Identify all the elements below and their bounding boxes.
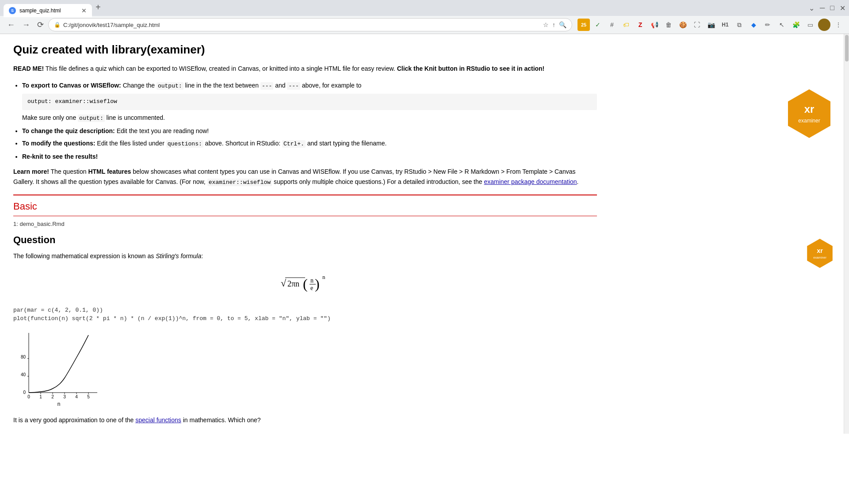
page-content: Quiz created with library(examiner) READ… [0,34,849,434]
trash-extension-icon[interactable]: 🗑 [662,19,675,31]
menu-icon[interactable]: ⋮ [832,19,845,31]
zotero-extension-icon[interactable]: Z [634,19,646,31]
page-title: Quiz created with library(examiner) [13,43,597,57]
dashes-code2: --- [287,82,300,90]
svg-text:n: n [322,274,325,280]
xr-logo-top: xr examiner [783,87,836,141]
list-item-reknit: Re-knit to see the results! [22,152,597,161]
close-button[interactable]: ✕ [840,4,845,12]
svg-text:2: 2 [51,394,54,399]
svg-text:3: 3 [63,394,66,399]
learn-more-label: Learn more! [13,168,49,175]
scrollbar[interactable] [844,34,849,434]
code-line1: par(mar = c(4, 2, 0.1, 0)) [13,306,597,315]
question-paragraph: The following mathematical expression is… [13,251,597,261]
expand-extension-icon[interactable]: ⛶ [691,19,703,31]
svg-text:n: n [57,401,61,407]
svg-text:0: 0 [23,390,26,395]
puzzle-extension-icon[interactable]: 🧩 [790,19,802,31]
special-functions-link[interactable]: special functions [135,416,181,424]
tab-close-button[interactable]: ✕ [81,7,87,14]
svg-text:n: n [310,277,314,284]
xr-hexagon-logo-bottom: xr examiner [804,237,836,269]
address-url-text: C:/git/jonovik/test17/sample_quiz.html [63,22,540,28]
check-extension-icon[interactable]: ✓ [592,19,604,31]
description-bold: To change the quiz description: [22,127,115,134]
wiseflow-inline-code: examiner::wiseflow [207,179,272,186]
browser-chrome: S sample_quiz.html ✕ + ⌄ ─ □ ✕ ← → ⟳ 🔒 C… [0,0,849,34]
xr-logo-bottom: xr examiner [804,237,836,271]
svg-text:1: 1 [39,394,42,399]
svg-text:e: e [310,285,313,291]
tab-list-button[interactable]: ⌄ [809,4,815,12]
scrollbar-thumb[interactable] [845,35,849,61]
svg-text:xr: xr [804,103,815,115]
browser-tab[interactable]: S sample_quiz.html ✕ [4,4,92,17]
address-bar[interactable]: 🔒 C:/git/jonovik/test17/sample_quiz.html… [48,18,572,31]
list-item-description: To change the quiz description: Edit the… [22,126,597,136]
back-button[interactable]: ← [4,19,18,31]
stirling-formula-svg: √ 2πn ( n e ) n [279,268,332,299]
window-controls: ⌄ ─ □ ✕ [809,4,845,12]
hashtag-extension-icon[interactable]: # [606,19,618,31]
learn-more-paragraph: Learn more! The question HTML features b… [13,167,597,187]
svg-text:2πn: 2πn [287,279,299,288]
copy-extension-icon[interactable]: ⧉ [733,19,746,31]
html-features-bold: HTML features [88,168,131,175]
maximize-button[interactable]: □ [830,4,834,12]
questions-code: questions: [166,140,203,148]
output-code: output: [157,82,184,90]
address-bar-icons: ☆ ↑ 🔍 [543,21,566,28]
svg-text:0: 0 [27,394,30,399]
reknit-bold: Re-knit to see the results! [22,153,98,160]
question-text1: The following mathematical expression is… [13,252,156,260]
list-item-export: To export to Canvas or WISEflow: Change … [22,80,597,123]
search-icon[interactable]: 🔍 [559,21,566,28]
list-item-questions: To modify the questions: Edit the files … [22,138,597,149]
tab-favicon: S [9,7,16,14]
nav-bar: ← → ⟳ 🔒 C:/git/jonovik/test17/sample_qui… [0,16,849,34]
h1-extension-icon[interactable]: H1 [719,19,731,31]
output-inline-code: output: [78,115,105,122]
forward-button[interactable]: → [19,19,33,31]
question-text2: : [201,252,203,260]
svg-text:80: 80 [21,355,26,359]
svg-text:5: 5 [87,394,90,399]
svg-text:(: ( [303,276,308,292]
code-section: par(mar = c(4, 2, 0.1, 0)) plot(function… [13,306,597,323]
questions-bold: To modify the questions: [22,140,95,147]
bookmark-extension-icon[interactable]: 🏷 [620,19,632,31]
blue-extension-icon[interactable]: ◆ [747,19,760,31]
section-underline [13,216,597,216]
svg-text:4: 4 [75,394,78,399]
share-icon[interactable]: ↑ [552,21,555,28]
cursor-extension-icon[interactable]: ↖ [776,19,788,31]
refresh-button[interactable]: ⟳ [34,18,46,31]
svg-text:examiner: examiner [813,256,826,260]
lock-icon: 🔒 [54,22,61,28]
bookmark-star-icon[interactable]: ☆ [543,21,549,28]
file-reference: 1: demo_basic.Rmd [13,221,597,227]
svg-text:√: √ [281,278,287,289]
profile-icon[interactable] [818,19,830,31]
tab-title: sample_quiz.html [19,8,78,14]
read-me-text: This file defines a quiz which can be ex… [44,65,397,72]
cookie-extension-icon[interactable]: 🍪 [677,19,689,31]
sidebar-extension-icon[interactable]: ▭ [804,19,816,31]
calendar-extension-icon[interactable]: 25 [577,19,590,31]
ctrl-dot-code: Ctrl+. [282,140,306,148]
megaphone-extension-icon[interactable]: 📢 [648,19,661,31]
stirling-chart: 0 40 80 0 1 2 3 4 5 n [13,328,102,408]
export-bold: To export to Canvas or WISEflow: [22,82,121,89]
new-tab-button[interactable]: + [96,3,101,13]
answer-text2: in mathematics. Which one? [181,416,261,424]
stirlings-formula-text: Stirling's formula [156,252,201,260]
camera-extension-icon[interactable]: 📷 [705,19,717,31]
minimize-button[interactable]: ─ [820,4,825,12]
chart-container: 0 40 80 0 1 2 3 4 5 n [13,328,597,408]
svg-text:examiner: examiner [798,118,820,124]
examiner-doc-link[interactable]: examiner package documentation [484,178,577,185]
math-formula: √ 2πn ( n e ) n [13,268,597,299]
pencil-extension-icon[interactable]: ✏ [761,19,774,31]
tab-bar: S sample_quiz.html ✕ + ⌄ ─ □ ✕ [0,0,849,16]
